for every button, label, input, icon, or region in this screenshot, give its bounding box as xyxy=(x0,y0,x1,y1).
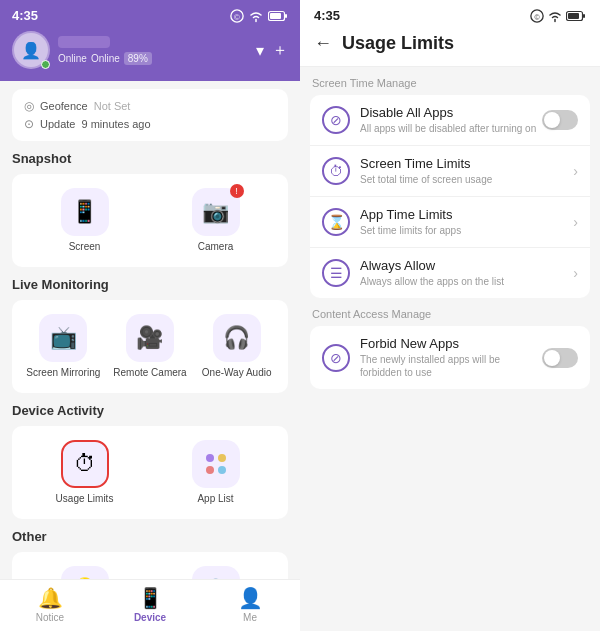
profile-name-placeholder xyxy=(58,36,110,48)
forbid-new-apps-item[interactable]: ⊘ Forbid New Apps The newly installed ap… xyxy=(310,326,590,389)
screen-item[interactable]: 📱 Screen xyxy=(24,188,145,253)
remote-camera-item[interactable]: 🎥 Remote Camera xyxy=(111,314,190,379)
chevron-down-icon[interactable]: ▾ xyxy=(256,41,264,60)
one-way-audio-icon: 🎧 xyxy=(213,314,261,362)
back-button[interactable]: ← xyxy=(314,33,332,54)
profile-info: 👤 Online Online 89% xyxy=(12,31,152,69)
notice-label: Notice xyxy=(36,612,64,623)
toggle-knob xyxy=(544,112,560,128)
usage-limits-item[interactable]: ⏱ Usage Limits xyxy=(24,440,145,505)
notice-icon: 🔔 xyxy=(38,586,63,610)
app-list-item[interactable]: App List xyxy=(155,440,276,505)
forbid-new-apps-title: Forbid New Apps xyxy=(360,336,542,351)
other-title: Other xyxy=(12,529,288,544)
check-permissions-icon: 🔒 xyxy=(192,566,240,579)
left-panel: 4:35 © 👤 xyxy=(0,0,300,631)
app-list-icon xyxy=(192,440,240,488)
svg-point-5 xyxy=(206,454,214,462)
camera-label: Camera xyxy=(198,241,234,253)
find-childs-app-icon: 💡 xyxy=(61,566,109,579)
camera-icon-wrap: 📷 ! xyxy=(192,188,240,236)
update-label: Update xyxy=(40,118,75,130)
screen-time-manage-label: Screen Time Manage xyxy=(310,77,590,89)
snapshot-grid: 📱 Screen 📷 ! Camera xyxy=(24,188,276,253)
right-panel: 4:35 © ← Usage Limits xyxy=(300,0,600,631)
right-content: Screen Time Manage ⊘ Disable All Apps Al… xyxy=(300,67,600,631)
snapshot-title: Snapshot xyxy=(12,151,288,166)
forbid-new-apps-toggle[interactable] xyxy=(542,348,578,368)
right-sim-icon: © xyxy=(530,9,544,23)
right-wifi-icon xyxy=(547,9,563,23)
nav-device[interactable]: 📱 Device xyxy=(100,586,200,623)
disable-all-apps-toggle[interactable] xyxy=(542,110,578,130)
usage-limits-label: Usage Limits xyxy=(56,493,114,505)
other-grid: 💡 Find Child's App 🔒 Check Permissions xyxy=(24,566,276,579)
add-button[interactable]: ＋ xyxy=(272,40,288,61)
forbid-new-apps-text: Forbid New Apps The newly installed apps… xyxy=(360,336,542,379)
app-list-label: App List xyxy=(197,493,233,505)
right-status-bar: 4:35 © xyxy=(314,8,586,23)
update-value: 9 minutes ago xyxy=(81,118,150,130)
always-allow-title: Always Allow xyxy=(360,258,573,273)
svg-text:©: © xyxy=(234,12,240,21)
one-way-audio-item[interactable]: 🎧 One-Way Audio xyxy=(197,314,276,379)
svg-rect-13 xyxy=(583,14,585,18)
content-access-manage-label: Content Access Manage xyxy=(310,308,590,320)
disable-all-apps-item[interactable]: ⊘ Disable All Apps All apps will be disa… xyxy=(310,95,590,146)
svg-point-7 xyxy=(206,466,214,474)
app-time-limits-item[interactable]: ⌛ App Time Limits Set time limits for ap… xyxy=(310,197,590,248)
screen-icon-wrap: 📱 xyxy=(61,188,109,236)
avatar: 👤 xyxy=(12,31,50,69)
one-way-audio-label: One-Way Audio xyxy=(202,367,272,379)
snapshot-card: 📱 Screen 📷 ! Camera xyxy=(12,174,288,267)
screen-label: Screen xyxy=(69,241,101,253)
geofence-row: ◎ Geofence Not Set xyxy=(24,99,276,113)
check-permissions-item[interactable]: 🔒 Check Permissions xyxy=(155,566,276,579)
screen-mirroring-item[interactable]: 📺 Screen Mirroring xyxy=(24,314,103,379)
left-header: 4:35 © 👤 xyxy=(0,0,300,81)
svg-rect-3 xyxy=(270,13,281,19)
app-time-limits-text: App Time Limits Set time limits for apps xyxy=(360,207,573,237)
update-icon: ⊙ xyxy=(24,117,34,131)
camera-item[interactable]: 📷 ! Camera xyxy=(155,188,276,253)
other-card: 💡 Find Child's App 🔒 Check Permissions xyxy=(12,552,288,579)
svg-point-8 xyxy=(218,466,226,474)
always-allow-icon: ☰ xyxy=(322,259,350,287)
always-allow-subtitle: Always allow the apps on the list xyxy=(360,275,573,288)
device-label: Device xyxy=(134,612,166,623)
wifi-icon xyxy=(248,9,264,23)
svg-rect-4 xyxy=(285,14,287,18)
content-access-manage-card: ⊘ Forbid New Apps The newly installed ap… xyxy=(310,326,590,389)
camera-badge: ! xyxy=(230,184,244,198)
always-allow-item[interactable]: ☰ Always Allow Always allow the apps on … xyxy=(310,248,590,298)
device-icon: 📱 xyxy=(138,586,163,610)
device-activity-card: ⏱ Usage Limits App List xyxy=(12,426,288,519)
right-title-row: ← Usage Limits xyxy=(314,33,586,54)
screen-time-limits-item[interactable]: ⏱ Screen Time Limits Set total time of s… xyxy=(310,146,590,197)
disable-all-apps-icon: ⊘ xyxy=(322,106,350,134)
me-icon: 👤 xyxy=(238,586,263,610)
screen-time-limits-text: Screen Time Limits Set total time of scr… xyxy=(360,156,573,186)
nav-me[interactable]: 👤 Me xyxy=(200,586,300,623)
screen-time-limits-subtitle: Set total time of screen usage xyxy=(360,173,573,186)
always-allow-text: Always Allow Always allow the apps on th… xyxy=(360,258,573,288)
time-left: 4:35 xyxy=(12,8,38,23)
me-label: Me xyxy=(243,612,257,623)
screen-time-limits-title: Screen Time Limits xyxy=(360,156,573,171)
always-allow-chevron: › xyxy=(573,265,578,281)
find-childs-app-item[interactable]: 💡 Find Child's App xyxy=(24,566,145,579)
forbid-new-apps-subtitle: The newly installed apps will be forbidd… xyxy=(360,353,542,379)
svg-text:©: © xyxy=(534,13,540,20)
live-monitoring-grid: 📺 Screen Mirroring 🎥 Remote Camera 🎧 One… xyxy=(24,314,276,379)
right-battery-icon xyxy=(566,10,586,22)
status-icons-left: © xyxy=(230,9,288,23)
app-time-limits-icon: ⌛ xyxy=(322,208,350,236)
screen-time-limits-icon: ⏱ xyxy=(322,157,350,185)
disable-all-apps-text: Disable All Apps All apps will be disabl… xyxy=(360,105,542,135)
forbid-toggle-knob xyxy=(544,350,560,366)
profile-name-area: Online Online 89% xyxy=(58,36,152,65)
nav-notice[interactable]: 🔔 Notice xyxy=(0,586,100,623)
bottom-nav: 🔔 Notice 📱 Device 👤 Me xyxy=(0,579,300,631)
forbid-new-apps-icon: ⊘ xyxy=(322,344,350,372)
device-activity-grid: ⏱ Usage Limits App List xyxy=(24,440,276,505)
